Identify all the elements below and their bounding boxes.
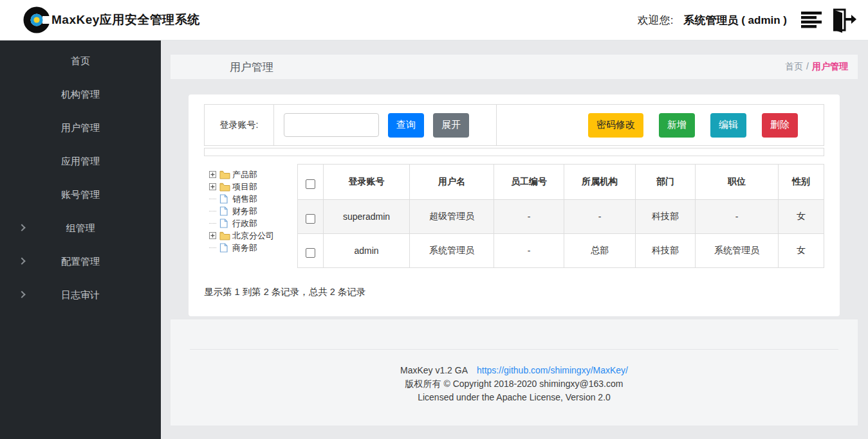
table-cell: 科技部 (636, 200, 696, 234)
pagination-info: 显示第 1 到第 2 条记录，总共 2 条记录 (204, 286, 824, 298)
tree-item-label: 北京分公司 (232, 230, 274, 242)
row-checkbox[interactable] (306, 214, 315, 224)
folder-icon (219, 170, 230, 179)
select-all-header-cell (298, 165, 324, 200)
table-cell: superadmin (324, 200, 410, 234)
table-cell: admin (324, 234, 410, 268)
tree-item[interactable]: 北京分公司 (209, 229, 297, 242)
sidebar-item[interactable]: 机构管理 (0, 78, 161, 111)
main-content: 用户管理 首页/用户管理 登录账号: 查询 展开 密码修改 新增 编辑 删除 (161, 40, 868, 439)
tree-item-label: 财务部 (232, 206, 257, 217)
footer-version: MaxKey v1.2 GA (400, 365, 468, 375)
column-header: 员工编号 (494, 165, 564, 200)
tree-item-label: 商务部 (232, 242, 257, 254)
tree-expander-icon[interactable] (209, 171, 216, 178)
column-header: 所属机构 (564, 165, 636, 200)
maxkey-logo-icon (23, 6, 50, 33)
chevron-right-icon (18, 224, 25, 231)
sidebar-item[interactable]: 账号管理 (0, 178, 161, 211)
tree-expander-icon[interactable] (209, 183, 216, 190)
add-button[interactable]: 新增 (659, 113, 695, 138)
tree-item-label: 项目部 (232, 181, 257, 193)
expand-button[interactable]: 展开 (433, 113, 469, 138)
tree-item[interactable]: 商务部 (209, 242, 297, 254)
users-table: 登录账号用户名员工编号所属机构部门职位性别 superadmin超级管理员--科… (297, 164, 824, 268)
sidebar-nav: 首页 机构管理 用户管理 应用管理 账号管理 组管理 配置管理 日志审计 (0, 40, 161, 439)
table-cell: 超级管理员 (410, 200, 494, 234)
login-account-input[interactable] (284, 113, 379, 137)
table-row[interactable]: admin系统管理员-总部科技部系统管理员女 (298, 234, 824, 268)
logout-icon[interactable] (828, 7, 856, 33)
table-cell: - (494, 234, 564, 268)
delete-button[interactable]: 删除 (762, 113, 798, 138)
sidebar-item-label: 日志审计 (61, 289, 100, 301)
row-checkbox[interactable] (306, 248, 315, 258)
footer-copyright: 版权所有 © Copyright 2018-2020 shimingxy@163… (171, 377, 858, 391)
file-icon (219, 206, 230, 216)
tree-item[interactable]: 项目部 (209, 181, 297, 193)
column-header: 用户名 (410, 165, 494, 200)
breadcrumb: 首页/用户管理 (785, 61, 848, 73)
breadcrumb-separator: / (806, 61, 809, 71)
row-checkbox-cell (298, 234, 324, 268)
tree-item[interactable]: 产品部 (209, 168, 297, 181)
top-header: MaxKey应用安全管理系统 欢迎您: 系统管理员 ( admin ) (0, 0, 868, 40)
table-cell: 总部 (564, 234, 636, 268)
column-header: 部门 (636, 165, 696, 200)
app-title: MaxKey应用安全管理系统 (51, 12, 200, 28)
tree-item[interactable]: 销售部 (209, 193, 297, 205)
tree-connector (209, 223, 216, 224)
tree-connector (209, 199, 216, 199)
footer: MaxKey v1.2 GAhttps://github.com/shiming… (171, 319, 858, 426)
footer-license: Licensed under the Apache License, Versi… (171, 391, 858, 404)
sidebar-item-label: 账号管理 (61, 189, 100, 201)
folder-icon (219, 231, 230, 240)
table-row[interactable]: superadmin超级管理员--科技部-女 (298, 200, 824, 234)
sidebar-item[interactable]: 组管理 (0, 211, 161, 245)
user-management-panel: 登录账号: 查询 展开 密码修改 新增 编辑 删除 (189, 94, 840, 316)
chevron-right-icon (18, 258, 25, 265)
search-label: 登录账号: (205, 105, 274, 145)
select-all-checkbox[interactable] (306, 179, 315, 189)
folder-icon (219, 182, 230, 192)
change-password-button[interactable]: 密码修改 (588, 113, 643, 138)
sidebar-item[interactable]: 日志审计 (0, 278, 161, 312)
file-icon (219, 243, 230, 253)
breadcrumb-home-link[interactable]: 首页 (785, 61, 803, 71)
edit-button[interactable]: 编辑 (710, 113, 746, 138)
sidebar-item[interactable]: 应用管理 (0, 145, 161, 178)
sidebar-item-label: 用户管理 (61, 122, 100, 134)
sidebar-item-label: 组管理 (66, 222, 95, 235)
table-cell: 女 (779, 200, 824, 234)
footer-version-line: MaxKey v1.2 GAhttps://github.com/shiming… (171, 364, 858, 377)
table-cell: - (494, 200, 564, 234)
page-title: 用户管理 (230, 60, 273, 75)
tree-expander-icon[interactable] (209, 232, 216, 239)
column-header: 登录账号 (324, 165, 410, 200)
tree-item[interactable]: 行政部 (209, 217, 297, 229)
table-cell: 女 (779, 234, 824, 268)
profile-list-icon[interactable] (800, 9, 824, 31)
footer-divider (190, 349, 838, 350)
current-user: 系统管理员 ( admin ) (683, 13, 787, 28)
query-button[interactable]: 查询 (388, 113, 424, 138)
sidebar-item[interactable]: 配置管理 (0, 245, 161, 278)
sidebar-item-label: 首页 (71, 55, 90, 67)
brand: MaxKey应用安全管理系统 (23, 6, 200, 33)
tree-item[interactable]: 财务部 (209, 205, 297, 217)
sidebar-item[interactable]: 用户管理 (0, 111, 161, 145)
tree-item-label: 销售部 (232, 193, 257, 205)
tree-connector (209, 247, 216, 248)
page-title-bar: 用户管理 首页/用户管理 (171, 55, 858, 79)
table-cell: 系统管理员 (410, 234, 494, 268)
tree-item-label: 产品部 (232, 169, 257, 181)
column-header: 性别 (779, 165, 824, 200)
sidebar-item[interactable]: 首页 (0, 44, 161, 78)
file-icon (219, 219, 230, 228)
footer-github-link[interactable]: https://github.com/shimingxy/MaxKey/ (477, 365, 628, 375)
row-checkbox-cell (298, 200, 324, 234)
tree-item-label: 行政部 (232, 218, 257, 229)
file-icon (219, 194, 230, 204)
chevron-right-icon (18, 291, 25, 298)
table-cell: 科技部 (636, 234, 696, 268)
